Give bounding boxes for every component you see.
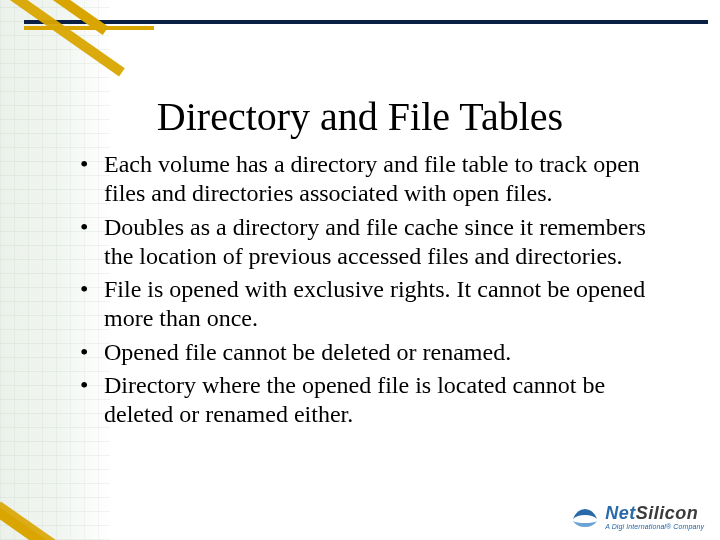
bullet-item: File is opened with exclusive rights. It… bbox=[76, 275, 670, 334]
bullet-list: Each volume has a directory and file tab… bbox=[76, 150, 670, 429]
bullet-item: Doubles as a directory and file cache si… bbox=[76, 213, 670, 272]
bullet-item: Each volume has a directory and file tab… bbox=[76, 150, 670, 209]
logo-brand: NetSilicon bbox=[605, 504, 704, 522]
logo-text: NetSilicon A Digi International® Company bbox=[605, 504, 704, 530]
logo-brand-part2: Silicon bbox=[636, 503, 699, 523]
slide-title: Directory and File Tables bbox=[0, 93, 720, 140]
logo-tagline: A Digi International® Company bbox=[605, 523, 704, 530]
bullet-item: Opened file cannot be deleted or renamed… bbox=[76, 338, 670, 367]
logo-mark-icon bbox=[571, 505, 599, 529]
logo-brand-part1: Net bbox=[605, 503, 636, 523]
top-rule-navy bbox=[24, 20, 708, 24]
netsilicon-logo: NetSilicon A Digi International® Company bbox=[571, 504, 704, 530]
bullet-item: Directory where the opened file is locat… bbox=[76, 371, 670, 430]
top-rule-gold bbox=[24, 26, 154, 30]
slide-body: Each volume has a directory and file tab… bbox=[76, 150, 670, 433]
slide: Directory and File Tables Each volume ha… bbox=[0, 0, 720, 540]
